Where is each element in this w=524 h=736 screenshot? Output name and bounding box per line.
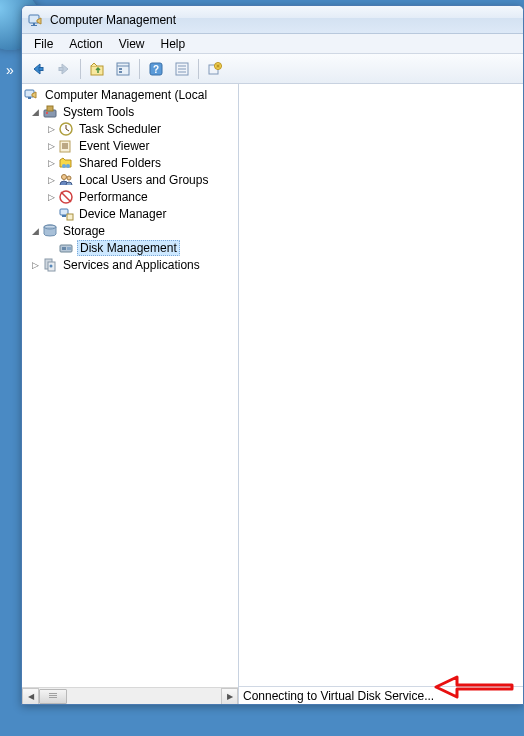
svg-point-30 bbox=[62, 174, 67, 179]
up-button[interactable] bbox=[85, 57, 109, 81]
svg-rect-6 bbox=[117, 63, 129, 75]
toolbar-separator bbox=[80, 59, 81, 79]
menu-help[interactable]: Help bbox=[153, 34, 194, 53]
tree-label: System Tools bbox=[61, 105, 136, 119]
svg-rect-41 bbox=[67, 247, 71, 250]
main-body bbox=[239, 84, 523, 686]
users-icon bbox=[58, 172, 74, 188]
properties-button[interactable] bbox=[111, 57, 135, 81]
services-icon bbox=[42, 257, 58, 273]
svg-point-44 bbox=[50, 264, 53, 267]
tree-disk-management[interactable]: ▷ Disk Management bbox=[22, 239, 238, 256]
tree-local-users[interactable]: ▷ Local Users and Groups bbox=[22, 171, 238, 188]
tree-label: Device Manager bbox=[77, 207, 168, 221]
expand-icon[interactable]: ▷ bbox=[44, 122, 58, 136]
navigation-tree[interactable]: Computer Management (Local ◢ System Tool… bbox=[22, 84, 238, 687]
computer-management-icon bbox=[24, 87, 40, 103]
svg-point-28 bbox=[62, 164, 66, 168]
tree-label: Shared Folders bbox=[77, 156, 163, 170]
expand-icon[interactable]: ▷ bbox=[44, 139, 58, 153]
expand-icon[interactable]: ▷ bbox=[44, 190, 58, 204]
main-pane: Connecting to Virtual Disk Service... bbox=[239, 84, 523, 704]
device-manager-icon bbox=[58, 206, 74, 222]
expand-icon[interactable]: ▷ bbox=[28, 258, 42, 272]
tree-label: Task Scheduler bbox=[77, 122, 163, 136]
tree-root[interactable]: Computer Management (Local bbox=[22, 86, 238, 103]
content-area: Computer Management (Local ◢ System Tool… bbox=[22, 84, 523, 704]
status-text: Connecting to Virtual Disk Service... bbox=[243, 689, 434, 703]
help-button[interactable]: ? bbox=[144, 57, 168, 81]
back-button[interactable] bbox=[26, 57, 50, 81]
action-button[interactable] bbox=[203, 57, 227, 81]
scroll-left-button[interactable]: ◀ bbox=[22, 688, 39, 705]
toolbar-separator bbox=[198, 59, 199, 79]
tree-shared-folders[interactable]: ▷ Shared Folders bbox=[22, 154, 238, 171]
svg-point-22 bbox=[46, 112, 48, 114]
clock-icon bbox=[58, 121, 74, 137]
menu-view[interactable]: View bbox=[111, 34, 153, 53]
svg-rect-19 bbox=[28, 97, 31, 99]
tree-label: Local Users and Groups bbox=[77, 173, 210, 187]
computer-management-window: Computer Management File Action View Hel… bbox=[21, 5, 524, 705]
tree-storage[interactable]: ◢ Storage bbox=[22, 222, 238, 239]
shared-folders-icon bbox=[58, 155, 74, 171]
expand-icon[interactable]: ▷ bbox=[44, 173, 58, 187]
storage-icon bbox=[42, 223, 58, 239]
titlebar[interactable]: Computer Management bbox=[22, 6, 523, 34]
tree-pane: Computer Management (Local ◢ System Tool… bbox=[22, 84, 239, 704]
window-title: Computer Management bbox=[50, 13, 176, 27]
svg-rect-36 bbox=[67, 214, 73, 220]
tree-label: Event Viewer bbox=[77, 139, 151, 153]
chevron-icon: » bbox=[6, 62, 14, 78]
expand-icon[interactable]: ▷ bbox=[44, 156, 58, 170]
system-tools-icon bbox=[42, 104, 58, 120]
event-viewer-icon bbox=[58, 138, 74, 154]
collapse-icon[interactable]: ◢ bbox=[28, 105, 42, 119]
status-bar: Connecting to Virtual Disk Service... bbox=[239, 686, 523, 704]
horizontal-scrollbar[interactable]: ◀ ▶ bbox=[22, 687, 238, 704]
svg-rect-2 bbox=[31, 25, 37, 26]
svg-rect-21 bbox=[47, 106, 53, 111]
tree-label: Services and Applications bbox=[61, 258, 202, 272]
scroll-track[interactable] bbox=[39, 688, 221, 705]
tree-label: Storage bbox=[61, 224, 107, 238]
tree-label: Disk Management bbox=[77, 240, 180, 256]
list-button[interactable] bbox=[170, 57, 194, 81]
svg-rect-9 bbox=[119, 71, 122, 73]
toolbar-separator bbox=[139, 59, 140, 79]
tree-device-manager[interactable]: ▷ Device Manager bbox=[22, 205, 238, 222]
forward-button[interactable] bbox=[52, 57, 76, 81]
svg-rect-40 bbox=[62, 247, 66, 250]
performance-icon bbox=[58, 189, 74, 205]
tree-event-viewer[interactable]: ▷ Event Viewer bbox=[22, 137, 238, 154]
tree-root-label: Computer Management (Local bbox=[43, 88, 209, 102]
svg-rect-5 bbox=[91, 66, 103, 75]
svg-rect-1 bbox=[33, 23, 35, 25]
scroll-right-button[interactable]: ▶ bbox=[221, 688, 238, 705]
svg-point-31 bbox=[67, 176, 71, 180]
svg-rect-3 bbox=[39, 67, 43, 70]
tree-services-apps[interactable]: ▷ Services and Applications bbox=[22, 256, 238, 273]
menu-action[interactable]: Action bbox=[61, 34, 110, 53]
tree-performance[interactable]: ▷ Performance bbox=[22, 188, 238, 205]
tree-task-scheduler[interactable]: ▷ Task Scheduler bbox=[22, 120, 238, 137]
svg-text:?: ? bbox=[153, 64, 159, 75]
tree-system-tools[interactable]: ◢ System Tools bbox=[22, 103, 238, 120]
disk-management-icon bbox=[58, 240, 74, 256]
app-icon bbox=[28, 12, 44, 28]
menu-file[interactable]: File bbox=[26, 34, 61, 53]
svg-rect-35 bbox=[62, 215, 66, 217]
collapse-icon[interactable]: ◢ bbox=[28, 224, 42, 238]
svg-point-29 bbox=[66, 164, 70, 168]
menubar: File Action View Help bbox=[22, 34, 523, 54]
toolbar: ? bbox=[22, 54, 523, 84]
tree-label: Performance bbox=[77, 190, 150, 204]
svg-rect-4 bbox=[59, 67, 63, 70]
svg-rect-8 bbox=[119, 68, 122, 70]
scroll-thumb[interactable] bbox=[39, 689, 67, 704]
